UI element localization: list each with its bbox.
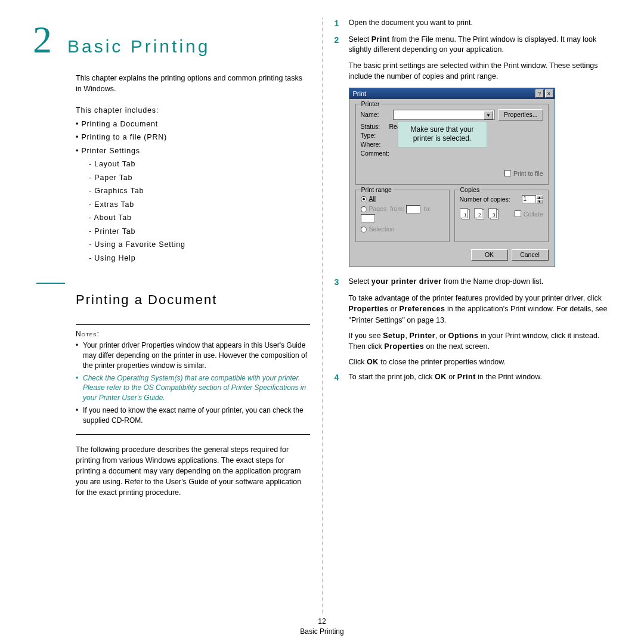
printer-name-dropdown[interactable] xyxy=(393,110,495,120)
group-title: Print range xyxy=(360,186,394,193)
range-selection-radio[interactable] xyxy=(361,227,367,233)
step-number: 1 xyxy=(335,18,343,30)
toc-item[interactable]: Printing to a file (PRN) xyxy=(76,131,310,144)
from-input[interactable] xyxy=(406,205,420,213)
num-copies-input[interactable]: 1 xyxy=(522,195,536,203)
toc-item[interactable]: Printer Settings xyxy=(76,144,310,158)
toc-subitem[interactable]: Layout Tab xyxy=(89,157,310,171)
chapter-title: Basic Printing xyxy=(67,36,210,57)
toc-subitem[interactable]: Using a Favorite Setting xyxy=(89,238,310,252)
page-number: 12 xyxy=(0,617,644,627)
to-input[interactable] xyxy=(361,214,375,222)
ok-button[interactable]: OK xyxy=(471,249,508,261)
step-continuation: The basic print settings are selected wi… xyxy=(349,60,612,82)
collate-checkbox[interactable] xyxy=(515,210,521,217)
properties-button[interactable]: Properties... xyxy=(499,109,543,120)
body-paragraph: The following procedure describes the ge… xyxy=(76,444,310,499)
chapter-number: 2 xyxy=(33,18,52,62)
spin-up-icon[interactable]: ▲ xyxy=(536,195,543,199)
cancel-button[interactable]: Cancel xyxy=(512,249,549,261)
num-copies-label: Number of copies: xyxy=(460,196,510,203)
step-number: 4 xyxy=(335,372,343,384)
range-all-label: All xyxy=(369,195,376,202)
notes-label: Notes: xyxy=(76,330,310,338)
dialog-title: Print xyxy=(353,90,367,97)
print-dialog-figure: Print ? × Printer Name: Properties... xyxy=(349,88,555,267)
step-text: Select Print from the File menu. The Pri… xyxy=(349,35,612,55)
note-text: Your printer driver Properties window th… xyxy=(83,341,307,370)
includes-label: This chapter includes: xyxy=(76,104,310,117)
toc-subitem[interactable]: Paper Tab xyxy=(89,171,310,185)
step-text: Select your printer driver from the Name… xyxy=(349,277,612,289)
footer-title: Basic Printing xyxy=(0,627,644,637)
step-continuation: If you see Setup, Printer, or Options in… xyxy=(349,330,612,352)
print-to-file-checkbox[interactable] xyxy=(504,170,511,177)
toc-subitem[interactable]: Using Help xyxy=(89,252,310,265)
toc-subitem[interactable]: Extras Tab xyxy=(89,198,310,212)
notes-box: Notes: Your printer driver Properties wi… xyxy=(76,324,310,434)
collate-preview-icon: 11 22 33 xyxy=(460,208,500,220)
step-number: 2 xyxy=(335,35,343,55)
step-text: To start the print job, click OK or Prin… xyxy=(349,372,612,384)
printer-group: Printer Name: Properties... Status:Ready… xyxy=(355,104,549,185)
toc-subitem[interactable]: About Tab xyxy=(89,211,310,225)
toc-item[interactable]: Printing a Document xyxy=(76,117,310,131)
range-selection-label: Selection xyxy=(369,225,395,233)
range-pages-radio[interactable] xyxy=(361,206,367,212)
step-continuation: Click OK to close the printer properties… xyxy=(349,357,612,367)
help-icon[interactable]: ? xyxy=(535,89,544,98)
range-all-radio[interactable] xyxy=(361,196,367,202)
callout-tip: Make sure that your printer is selected. xyxy=(398,121,487,148)
group-title: Copies xyxy=(459,186,482,193)
section-rule xyxy=(36,283,65,284)
from-label: from: xyxy=(390,205,404,212)
step-number: 3 xyxy=(335,277,343,289)
comment-label: Comment: xyxy=(361,150,407,157)
to-label: to: xyxy=(424,205,431,212)
status-label: Status: xyxy=(361,123,389,130)
chapter-intro: This chapter explains the printing optio… xyxy=(76,73,310,94)
step-continuation: To take advantage of the printer feature… xyxy=(349,293,612,325)
collate-label: Collate xyxy=(524,210,543,218)
print-range-group: Print range All Pages from: to: Selectio… xyxy=(355,190,450,242)
print-to-file-label: Print to file xyxy=(513,170,543,177)
group-title: Printer xyxy=(360,100,382,107)
name-label: Name: xyxy=(361,111,389,118)
close-icon[interactable]: × xyxy=(545,89,553,98)
step-text: Open the document you want to print. xyxy=(349,18,612,30)
section-heading: Printing a Document xyxy=(76,292,310,308)
toc-subitem[interactable]: Printer Tab xyxy=(89,225,310,239)
toc-subitem[interactable]: Graphics Tab xyxy=(89,184,310,198)
range-pages-label: Pages xyxy=(369,205,387,212)
spin-down-icon[interactable]: ▼ xyxy=(536,199,543,203)
note-text-em: Check the Operating System(s) that are c… xyxy=(83,374,306,402)
copies-group: Copies Number of copies: 1 ▲▼ 11 22 xyxy=(454,190,549,242)
note-text: If you need to know the exact name of yo… xyxy=(83,406,304,425)
